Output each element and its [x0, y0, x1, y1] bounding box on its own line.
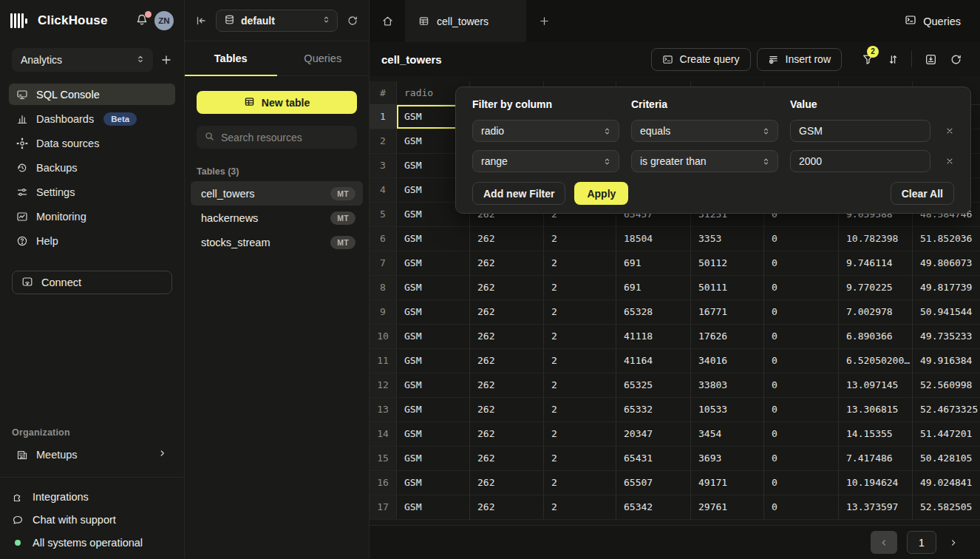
filter-value-input[interactable] — [790, 150, 930, 172]
table-cell[interactable]: 2 — [544, 325, 616, 349]
table-cell[interactable]: 51.852036 — [913, 227, 980, 251]
table-cell[interactable]: 49.817739 — [913, 276, 980, 300]
queries-button[interactable]: Queries — [905, 14, 961, 28]
table-cell[interactable]: 7.002978 — [839, 300, 913, 325]
clear-all-filters-button[interactable]: Clear All — [891, 182, 954, 205]
table-cell[interactable]: 51.447201 — [913, 422, 980, 447]
table-cell[interactable]: 65332 — [616, 398, 691, 422]
sidebar-item-meetups[interactable]: Meetups — [9, 444, 175, 465]
table-cell[interactable]: 52.4673325 — [913, 398, 980, 422]
table-cell[interactable]: 0 — [764, 276, 839, 300]
table-cell[interactable]: 0 — [764, 227, 839, 251]
tab-queries[interactable]: Queries — [277, 41, 370, 75]
table-cell[interactable]: GSM — [397, 398, 470, 422]
table-cell[interactable]: GSM — [397, 471, 470, 495]
table-cell[interactable]: 262 — [470, 398, 544, 422]
table-cell[interactable]: 6.52050200… — [839, 349, 913, 373]
download-button[interactable] — [918, 48, 943, 71]
table-cell[interactable]: 34016 — [691, 349, 764, 373]
table-cell[interactable]: 2 — [544, 373, 616, 398]
table-cell[interactable]: 0 — [764, 325, 839, 349]
table-cell[interactable]: GSM — [397, 325, 470, 349]
table-cell[interactable]: 65431 — [616, 447, 691, 471]
table-cell[interactable]: 9.746114 — [839, 251, 913, 276]
table-cell[interactable]: 49171 — [691, 471, 764, 495]
table-cell[interactable]: GSM — [397, 422, 470, 447]
table-cell[interactable]: 16771 — [691, 300, 764, 325]
sidebar-item-settings[interactable]: Settings — [9, 181, 175, 203]
table-cell[interactable]: GSM — [397, 251, 470, 276]
table-cell[interactable]: 33803 — [691, 373, 764, 398]
tab-tables[interactable]: Tables — [185, 41, 277, 75]
table-cell[interactable]: 50112 — [691, 251, 764, 276]
table-cell[interactable]: 262 — [470, 276, 544, 300]
table-cell[interactable]: 262 — [470, 422, 544, 447]
table-cell[interactable]: 2 — [544, 227, 616, 251]
table-cell[interactable]: 50.428105 — [913, 447, 980, 471]
table-cell[interactable]: 262 — [470, 251, 544, 276]
table-cell[interactable]: GSM — [397, 276, 470, 300]
sidebar-item-backups[interactable]: Backups — [9, 157, 175, 178]
table-cell[interactable]: 262 — [470, 471, 544, 495]
notifications-bell-icon[interactable] — [135, 13, 149, 29]
footer-item-integrations[interactable]: Integrations — [12, 491, 172, 503]
table-cell[interactable]: 2 — [544, 398, 616, 422]
table-cell[interactable]: 0 — [764, 495, 839, 520]
insert-row-button[interactable]: Insert row — [757, 48, 842, 71]
table-cell[interactable]: 17626 — [691, 325, 764, 349]
workspace-selector[interactable]: Analytics — [12, 48, 153, 72]
database-selector[interactable]: default — [216, 10, 338, 32]
table-cell[interactable]: 29761 — [691, 495, 764, 520]
table-list-item-stocks_stream[interactable]: stocks_streamMT — [191, 230, 363, 254]
table-cell[interactable]: GSM — [397, 227, 470, 251]
table-cell[interactable]: 262 — [470, 227, 544, 251]
user-avatar[interactable]: ZN — [154, 11, 174, 30]
table-cell[interactable]: 0 — [764, 300, 839, 325]
table-cell[interactable]: 2 — [544, 276, 616, 300]
table-cell[interactable]: 2 — [544, 495, 616, 520]
table-cell[interactable]: 49.916384 — [913, 349, 980, 373]
remove-filter-icon[interactable] — [942, 126, 957, 135]
filter-button[interactable]: 2 — [855, 48, 880, 71]
remove-filter-icon[interactable] — [942, 157, 957, 166]
table-cell[interactable]: 52.560998 — [913, 373, 980, 398]
table-cell[interactable]: GSM — [397, 373, 470, 398]
footer-item-chat-with-support[interactable]: Chat with support — [12, 514, 172, 526]
table-cell[interactable]: 10.782398 — [839, 227, 913, 251]
table-cell[interactable]: 262 — [470, 495, 544, 520]
table-cell[interactable]: 262 — [470, 447, 544, 471]
sidebar-item-monitoring[interactable]: Monitoring — [9, 206, 175, 227]
table-cell[interactable]: 0 — [764, 447, 839, 471]
new-table-button[interactable]: New table — [197, 91, 357, 114]
table-cell[interactable]: 65342 — [616, 495, 691, 520]
table-cell[interactable]: 65325 — [616, 373, 691, 398]
home-tab[interactable] — [370, 0, 405, 42]
table-cell[interactable]: 2 — [544, 349, 616, 373]
new-tab-button[interactable] — [526, 0, 562, 42]
refresh-panel-icon[interactable] — [347, 15, 358, 27]
table-cell[interactable]: 13.306815 — [839, 398, 913, 422]
table-cell[interactable]: 262 — [470, 300, 544, 325]
table-cell[interactable]: GSM — [397, 300, 470, 325]
table-cell[interactable]: 41164 — [616, 349, 691, 373]
table-cell[interactable]: 13.097145 — [839, 373, 913, 398]
table-cell[interactable]: 3353 — [691, 227, 764, 251]
search-input[interactable] — [221, 132, 350, 143]
previous-page-button[interactable] — [871, 531, 897, 554]
table-cell[interactable]: 691 — [616, 276, 691, 300]
filter-criteria-select[interactable]: equals — [631, 120, 778, 142]
table-cell[interactable]: 41118 — [616, 325, 691, 349]
table-cell[interactable]: 691 — [616, 251, 691, 276]
table-cell[interactable]: 0 — [764, 373, 839, 398]
table-cell[interactable]: 2 — [544, 422, 616, 447]
table-cell[interactable]: 18504 — [616, 227, 691, 251]
table-cell[interactable]: 10533 — [691, 398, 764, 422]
apply-filter-button[interactable]: Apply — [574, 182, 628, 205]
table-cell[interactable]: 52.582505 — [913, 495, 980, 520]
table-cell[interactable]: 0 — [764, 398, 839, 422]
table-cell[interactable]: 0 — [764, 349, 839, 373]
filter-column-select[interactable]: radio — [472, 120, 619, 142]
table-cell[interactable]: GSM — [397, 447, 470, 471]
filter-criteria-select[interactable]: is greater than — [631, 150, 778, 172]
table-cell[interactable]: 49.806073 — [913, 251, 980, 276]
